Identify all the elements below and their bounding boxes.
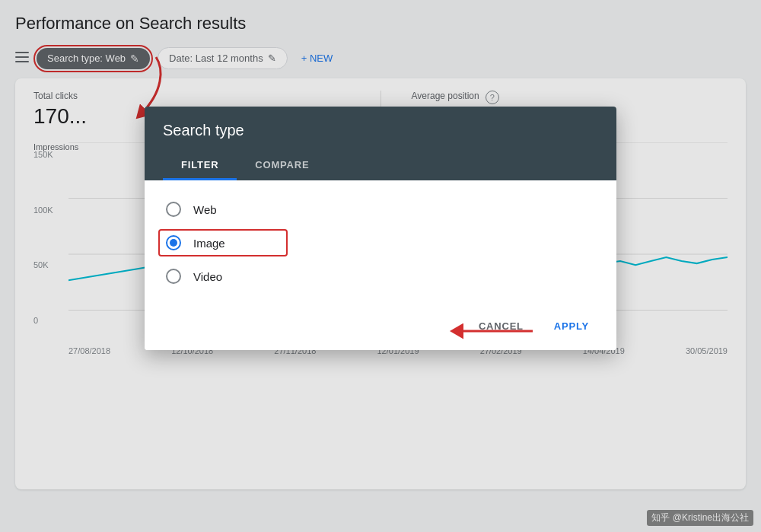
modal-header: Search type FILTER COMPARE [145,107,616,180]
option-web[interactable]: Web [163,193,598,226]
option-video[interactable]: Video [163,260,598,293]
modal-body: Web Image Video [145,180,616,305]
modal-footer: CANCEL APPLY [145,305,616,350]
radio-video[interactable] [166,269,181,284]
radio-image-inner [170,239,177,247]
cancel-button[interactable]: CANCEL [470,314,533,338]
tab-filter[interactable]: FILTER [163,151,237,180]
option-image-wrapper: Image [163,226,598,260]
page-wrapper: Performance on Search results Search typ… [0,0,761,532]
modal-title: Search type [163,122,598,139]
modal-dialog: Search type FILTER COMPARE Web [145,107,616,350]
option-video-label: Video [193,270,222,283]
modal-overlay: Search type FILTER COMPARE Web [0,0,761,532]
radio-web[interactable] [166,202,181,217]
option-web-label: Web [193,203,217,216]
modal-tabs: FILTER COMPARE [163,151,598,180]
option-image[interactable]: Image [163,226,598,260]
apply-button[interactable]: APPLY [545,314,598,338]
tab-compare[interactable]: COMPARE [237,151,327,180]
radio-image[interactable] [166,235,181,250]
option-image-label: Image [193,237,225,250]
